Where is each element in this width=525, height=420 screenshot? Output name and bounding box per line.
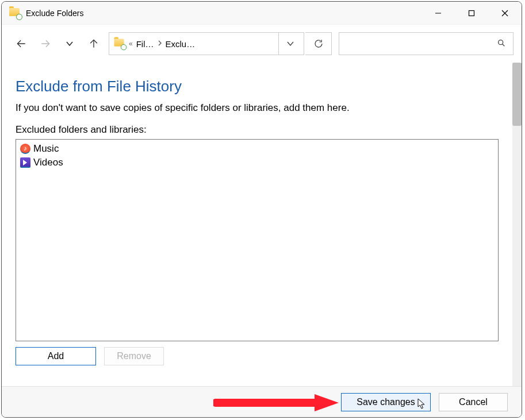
annotation-arrow-icon [213, 394, 340, 412]
add-button[interactable]: Add [16, 347, 96, 365]
chevron-right-icon[interactable] [158, 40, 162, 48]
up-button[interactable] [82, 32, 105, 55]
svg-line-8 [503, 44, 505, 46]
save-changes-label: Save changes [357, 397, 415, 407]
svg-marker-10 [315, 394, 339, 411]
forward-button[interactable] [34, 32, 57, 55]
navigation-bar: « Fil… Exclu… [2, 25, 522, 63]
refresh-button[interactable] [305, 32, 332, 55]
excluded-list[interactable]: ♪ Music Videos [16, 139, 499, 341]
maximize-button[interactable] [455, 2, 488, 25]
minimize-button[interactable] [421, 2, 455, 25]
close-button[interactable] [488, 2, 522, 25]
breadcrumb-part2[interactable]: Exclu… [166, 39, 196, 49]
breadcrumb-part1[interactable]: Fil… [136, 39, 154, 49]
svg-rect-1 [469, 10, 474, 16]
page-description: If you don't want to save copies of spec… [16, 102, 499, 114]
address-history-button[interactable] [278, 33, 301, 55]
content-area: Exclude from File History If you don't w… [2, 63, 522, 386]
breadcrumb-root-icon [114, 38, 125, 49]
vertical-scrollbar[interactable] [512, 63, 522, 386]
window-frame: Exclude Folders « Fil… [1, 1, 522, 418]
cancel-button[interactable]: Cancel [439, 393, 508, 411]
music-library-icon: ♪ [20, 143, 31, 155]
remove-button[interactable]: Remove [104, 347, 164, 365]
list-label: Excluded folders and libraries: [16, 124, 499, 136]
search-icon [497, 38, 506, 49]
window-title: Exclude Folders [26, 9, 83, 18]
breadcrumb-sep-icon: « [129, 40, 133, 48]
list-item[interactable]: ♪ Music [18, 142, 496, 156]
recent-locations-button[interactable] [58, 32, 81, 55]
scrollbar-thumb[interactable] [512, 63, 522, 126]
list-buttons: Add Remove [16, 347, 499, 365]
dialog-footer: Save changes Cancel [2, 386, 522, 417]
cursor-icon [417, 398, 427, 410]
save-changes-button[interactable]: Save changes [341, 393, 431, 411]
titlebar: Exclude Folders [2, 2, 522, 25]
file-history-folder-icon [9, 7, 21, 20]
list-item-label: Videos [33, 157, 63, 168]
videos-library-icon [20, 157, 31, 168]
search-input[interactable] [339, 32, 513, 55]
back-button[interactable] [10, 32, 33, 55]
svg-point-7 [499, 40, 503, 44]
svg-marker-11 [418, 399, 424, 409]
list-item-label: Music [33, 143, 59, 155]
address-bar[interactable]: « Fil… Exclu… [109, 32, 304, 55]
list-item[interactable]: Videos [18, 156, 496, 169]
page-heading: Exclude from File History [16, 78, 499, 95]
